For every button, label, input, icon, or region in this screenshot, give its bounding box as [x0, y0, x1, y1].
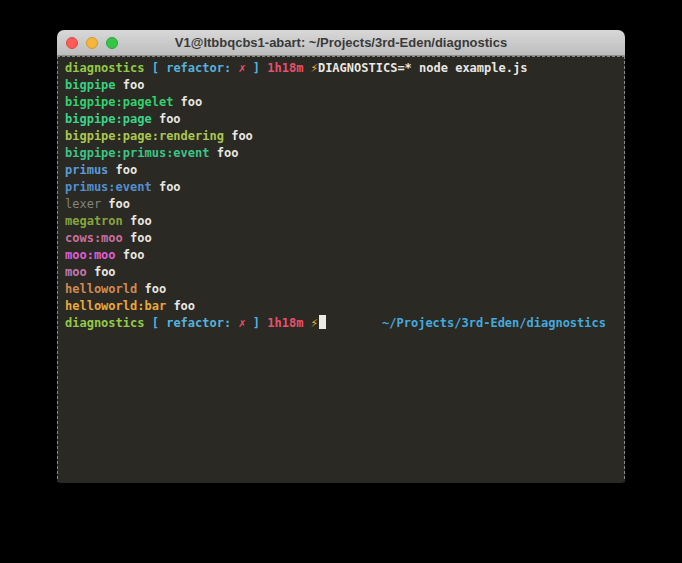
text-segment: foo: [181, 95, 203, 109]
text-segment: foo: [130, 231, 152, 245]
text-segment: bigpipe:page:rendering: [65, 129, 231, 143]
text-segment: moo: [65, 265, 94, 279]
line-left-text: bigpipe:primus:event foo: [65, 146, 238, 160]
minimize-button[interactable]: [86, 37, 98, 49]
text-segment: diagnostics: [65, 61, 152, 75]
line-left-text: bigpipe:pagelet foo: [65, 95, 202, 109]
terminal-line: megatron foo: [65, 213, 624, 230]
line-left-text: helloworld foo: [65, 282, 166, 296]
text-segment: ✗: [238, 61, 252, 75]
text-segment: bigpipe:primus:event: [65, 146, 217, 160]
text-segment: moo:moo: [65, 248, 123, 262]
line-left-text: primus:event foo: [65, 180, 181, 194]
line-left-text: primus foo: [65, 163, 137, 177]
text-segment: bigpipe: [65, 78, 123, 92]
text-segment: ~/Projects/3rd-Eden/diagnostics: [382, 316, 606, 330]
text-segment: foo: [159, 180, 181, 194]
text-segment: primus: [65, 163, 116, 177]
text-segment: [ refactor:: [152, 316, 239, 330]
traffic-lights: [66, 30, 118, 55]
text-segment: primus:event: [65, 180, 159, 194]
text-segment: DIAGNOSTICS=* node example.js: [318, 61, 528, 75]
text-segment: cows:moo: [65, 231, 130, 245]
terminal-window: V1@ltbbqcbs1-abart: ~/Projects/3rd-Eden/…: [57, 30, 625, 483]
close-button[interactable]: [66, 37, 78, 49]
text-segment: helloworld:bar: [65, 299, 173, 313]
text-segment: ⚡: [311, 61, 318, 75]
zoom-button[interactable]: [106, 37, 118, 49]
line-left-text: bigpipe:page:rendering foo: [65, 129, 253, 143]
text-segment: ]: [253, 316, 267, 330]
terminal-line: moo:moo foo: [65, 247, 624, 264]
text-segment: diagnostics: [65, 316, 152, 330]
text-segment: helloworld: [65, 282, 144, 296]
text-segment: foo: [123, 78, 145, 92]
text-segment: bigpipe:page: [65, 112, 159, 126]
terminal-line: moo foo: [65, 264, 624, 281]
terminal-line: lexer foo: [65, 196, 624, 213]
line-left-text: helloworld:bar foo: [65, 299, 195, 313]
text-segment: megatron: [65, 214, 130, 228]
text-segment: 1h18m: [267, 316, 310, 330]
text-segment: foo: [123, 248, 145, 262]
line-right-text: ~/Projects/3rd-Eden/diagnostics: [382, 315, 606, 332]
text-segment: lexer: [65, 197, 108, 211]
titlebar[interactable]: V1@ltbbqcbs1-abart: ~/Projects/3rd-Eden/…: [57, 30, 625, 56]
line-left-text: bigpipe:page foo: [65, 112, 181, 126]
line-left-text: diagnostics [ refactor: ✗ ] 1h18m ⚡: [65, 315, 326, 332]
text-segment: foo: [116, 163, 138, 177]
terminal-line: helloworld:bar foo: [65, 298, 624, 315]
terminal-line: primus foo: [65, 162, 624, 179]
terminal-line: cows:moo foo: [65, 230, 624, 247]
text-segment: ✗: [238, 316, 252, 330]
terminal-line: diagnostics [ refactor: ✗ ] 1h18m ⚡DIAGN…: [65, 60, 624, 77]
text-segment: foo: [94, 265, 116, 279]
terminal-cursor: [319, 315, 326, 329]
line-left-text: bigpipe foo: [65, 78, 144, 92]
text-segment: 1h18m: [267, 61, 310, 75]
line-left-text: moo:moo foo: [65, 248, 144, 262]
terminal-screen[interactable]: diagnostics [ refactor: ✗ ] 1h18m ⚡DIAGN…: [57, 56, 625, 483]
terminal-line: bigpipe foo: [65, 77, 624, 94]
line-left-text: diagnostics [ refactor: ✗ ] 1h18m ⚡DIAGN…: [65, 61, 527, 75]
line-left-text: megatron foo: [65, 214, 152, 228]
text-segment: foo: [217, 146, 239, 160]
terminal-line: primus:event foo: [65, 179, 624, 196]
text-segment: [ refactor:: [152, 61, 239, 75]
text-segment: ]: [253, 61, 267, 75]
line-left-text: moo foo: [65, 265, 116, 279]
text-segment: foo: [144, 282, 166, 296]
window-title: V1@ltbbqcbs1-abart: ~/Projects/3rd-Eden/…: [175, 35, 507, 50]
line-left-text: lexer foo: [65, 197, 130, 211]
terminal-line: helloworld foo: [65, 281, 624, 298]
text-segment: foo: [159, 112, 181, 126]
terminal-line: bigpipe:pagelet foo: [65, 94, 624, 111]
desktop-background: V1@ltbbqcbs1-abart: ~/Projects/3rd-Eden/…: [0, 0, 682, 563]
line-left-text: cows:moo foo: [65, 231, 152, 245]
text-segment: foo: [173, 299, 195, 313]
text-segment: foo: [231, 129, 253, 143]
text-segment: foo: [130, 214, 152, 228]
text-segment: ⚡: [311, 316, 318, 330]
terminal-line: bigpipe:primus:event foo: [65, 145, 624, 162]
text-segment: bigpipe:pagelet: [65, 95, 181, 109]
terminal-line: bigpipe:page foo: [65, 111, 624, 128]
terminal-line: diagnostics [ refactor: ✗ ] 1h18m ⚡~/Pro…: [65, 315, 624, 332]
text-segment: foo: [108, 197, 130, 211]
terminal-line: bigpipe:page:rendering foo: [65, 128, 624, 145]
